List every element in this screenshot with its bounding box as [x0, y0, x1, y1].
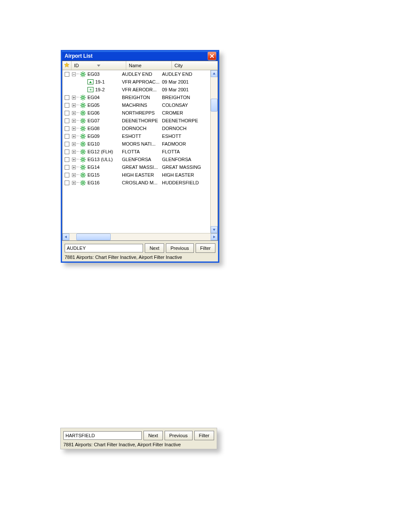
row-checkbox[interactable] — [65, 173, 69, 177]
tree-list[interactable]: −EG03AUDLEY ENDAUDLEY END19-1VFR APPROAC… — [62, 70, 210, 233]
expand-icon[interactable]: + — [72, 119, 76, 123]
table-row[interactable]: +EG04BREIGHTONBREIGHTON — [62, 93, 210, 101]
close-button[interactable] — [208, 52, 216, 60]
row-checkbox[interactable] — [65, 180, 69, 185]
svg-line-107 — [84, 173, 85, 174]
row-city: DORNOCH — [160, 126, 210, 131]
svg-line-34 — [81, 114, 82, 115]
svg-line-70 — [81, 145, 82, 146]
vertical-scrollbar[interactable] — [210, 70, 218, 233]
svg-line-98 — [84, 165, 85, 166]
svg-line-116 — [84, 180, 85, 181]
row-checkbox[interactable] — [65, 134, 69, 139]
table-row[interactable]: −EG03AUDLEY ENDAUDLEY END — [62, 70, 210, 78]
row-city: CROMER — [160, 110, 210, 115]
airport-gear-icon — [80, 149, 86, 155]
row-checkbox[interactable] — [65, 118, 69, 123]
table-row[interactable]: +EG09ESHOTTESHOTT — [62, 132, 210, 140]
row-checkbox[interactable] — [65, 157, 69, 162]
row-name: MOORS NATI... — [120, 141, 160, 146]
row-checkbox[interactable] — [65, 103, 69, 108]
scroll-track[interactable] — [211, 77, 218, 226]
row-city: 09 Mar 2001 — [160, 79, 210, 84]
filter-button-2[interactable]: Filter — [194, 431, 214, 440]
table-row[interactable]: 19-2VFR AERODR...09 Mar 2001 — [62, 86, 210, 93]
svg-line-89 — [84, 157, 85, 158]
svg-line-69 — [84, 145, 85, 146]
hscroll-track[interactable] — [69, 233, 211, 240]
search-input-2[interactable] — [63, 431, 142, 440]
table-row[interactable]: +EG12 (FLH)FLOTTAFLOTTA — [62, 148, 210, 156]
row-checkbox[interactable] — [65, 126, 69, 131]
row-id: EG16 — [87, 180, 100, 185]
column-header-favorite[interactable] — [62, 61, 72, 70]
expand-icon[interactable]: + — [72, 142, 76, 146]
row-checkbox[interactable] — [65, 95, 69, 100]
table-row[interactable]: +EG16CROSLAND M...HUDDERSFIELD — [62, 179, 210, 187]
scroll-thumb[interactable] — [211, 99, 218, 112]
row-city: HIGH EASTER — [160, 172, 210, 177]
expand-icon[interactable]: + — [72, 181, 76, 185]
column-header-city[interactable]: City — [172, 61, 218, 70]
table-row[interactable]: +EG13 (ULL)GLENFORSAGLENFORSA — [62, 156, 210, 163]
scroll-up-button[interactable] — [211, 70, 218, 77]
search-input[interactable] — [65, 244, 143, 252]
table-row[interactable]: +EG10MOORS NATI...FADMOOR — [62, 140, 210, 148]
table-row[interactable]: +EG05MACHRINSCOLONSAY — [62, 101, 210, 109]
next-button-2[interactable]: Next — [143, 431, 163, 440]
expand-icon[interactable]: + — [72, 96, 76, 100]
column-header-name[interactable]: Name — [126, 61, 172, 70]
airport-gear-icon — [80, 126, 86, 131]
horizontal-scrollbar[interactable] — [62, 233, 218, 240]
expand-icon[interactable]: + — [72, 165, 76, 169]
svg-line-15 — [84, 99, 85, 100]
row-name: BREIGHTON — [120, 95, 160, 100]
row-name: FLOTTA — [120, 149, 160, 154]
filter-button[interactable]: Filter — [196, 243, 215, 253]
table-row[interactable]: +EG08DORNOCHDORNOCH — [62, 124, 210, 132]
svg-line-95 — [81, 165, 82, 166]
next-button[interactable]: Next — [145, 243, 164, 253]
table-row[interactable]: +EG15HIGH EASTERHIGH EASTER — [62, 171, 210, 179]
svg-point-0 — [82, 73, 84, 75]
titlebar[interactable]: Airport List — [62, 51, 218, 61]
expand-icon[interactable]: + — [72, 173, 76, 177]
airport-gear-icon — [80, 134, 86, 139]
scroll-left-button[interactable] — [62, 233, 69, 240]
svg-point-81 — [82, 159, 84, 161]
expand-icon[interactable]: + — [72, 158, 76, 162]
table-row[interactable]: 19-1VFR APPROAC...09 Mar 2001 — [62, 78, 210, 86]
expand-icon[interactable]: + — [72, 150, 76, 154]
column-header-id[interactable]: ID — [72, 61, 126, 70]
svg-line-61 — [81, 137, 82, 138]
hscroll-thumb[interactable] — [76, 233, 111, 240]
row-name: VFR APPROAC... — [120, 79, 160, 84]
row-checkbox[interactable] — [65, 149, 69, 154]
svg-line-16 — [81, 99, 82, 100]
table-row[interactable]: +EG06NORTHREPPSCROMER — [62, 109, 210, 117]
row-checkbox[interactable] — [65, 165, 69, 170]
expand-icon[interactable]: + — [72, 127, 76, 131]
table-row[interactable]: +EG07DEENETHORPEDEENETHORPE — [62, 117, 210, 124]
table-row[interactable]: +EG14GREAT MASSI...GREAT MASSING — [62, 163, 210, 171]
previous-button-2[interactable]: Previous — [165, 431, 193, 440]
svg-line-113 — [81, 180, 82, 181]
row-id: EG12 (FLH) — [87, 149, 113, 154]
expand-icon[interactable]: + — [72, 103, 76, 107]
scroll-right-button[interactable] — [211, 233, 218, 240]
airport-gear-icon — [80, 180, 86, 186]
scroll-down-button[interactable] — [211, 226, 218, 233]
expand-icon[interactable]: + — [72, 111, 76, 115]
collapse-icon[interactable]: − — [72, 72, 76, 76]
previous-button[interactable]: Previous — [166, 243, 194, 253]
expand-icon[interactable]: + — [72, 134, 76, 138]
row-checkbox[interactable] — [65, 111, 69, 115]
row-checkbox[interactable] — [65, 142, 69, 146]
svg-line-41 — [81, 118, 82, 119]
svg-line-23 — [81, 103, 82, 104]
svg-line-60 — [84, 137, 85, 138]
svg-line-104 — [81, 173, 82, 174]
row-checkbox[interactable] — [65, 72, 69, 77]
airport-gear-icon — [80, 165, 86, 170]
row-name: NORTHREPPS — [120, 110, 160, 115]
